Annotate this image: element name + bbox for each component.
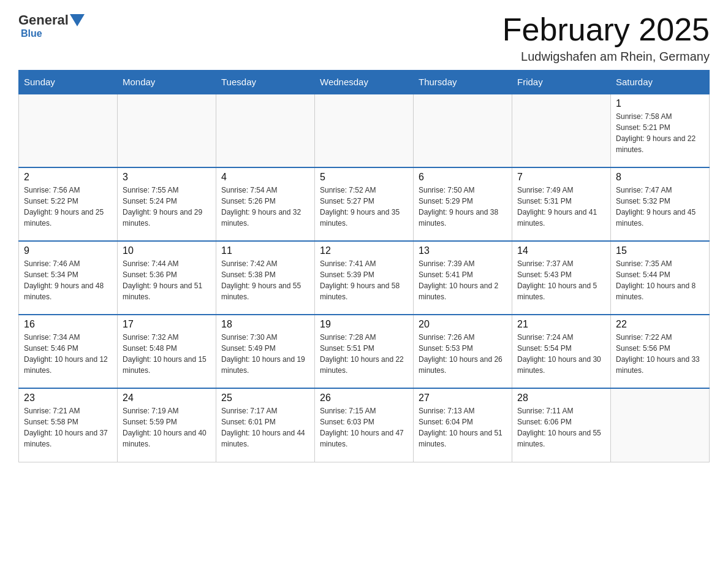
day-number: 14: [517, 245, 605, 256]
calendar-cell: 1Sunrise: 7:58 AM Sunset: 5:21 PM Daylig…: [611, 94, 710, 167]
calendar-cell: 11Sunrise: 7:42 AM Sunset: 5:38 PM Dayli…: [216, 241, 315, 315]
day-info: Sunrise: 7:47 AM Sunset: 5:32 PM Dayligh…: [616, 185, 704, 229]
weekday-header-wednesday: Wednesday: [315, 71, 414, 94]
day-number: 19: [320, 319, 408, 330]
day-number: 16: [24, 319, 112, 330]
day-info: Sunrise: 7:19 AM Sunset: 5:59 PM Dayligh…: [123, 405, 211, 450]
day-number: 20: [419, 319, 507, 330]
day-number: 28: [517, 393, 605, 404]
day-number: 9: [24, 245, 112, 256]
calendar-cell: 17Sunrise: 7:32 AM Sunset: 5:48 PM Dayli…: [118, 315, 216, 388]
logo-general-text: General: [18, 12, 69, 28]
day-number: 13: [419, 245, 507, 256]
day-number: 25: [221, 393, 309, 404]
day-info: Sunrise: 7:46 AM Sunset: 5:34 PM Dayligh…: [24, 258, 112, 302]
day-info: Sunrise: 7:50 AM Sunset: 5:29 PM Dayligh…: [419, 185, 507, 229]
calendar-cell: [216, 94, 315, 167]
day-info: Sunrise: 7:24 AM Sunset: 5:54 PM Dayligh…: [517, 332, 605, 376]
calendar-cell: 14Sunrise: 7:37 AM Sunset: 5:43 PM Dayli…: [512, 241, 611, 315]
day-info: Sunrise: 7:56 AM Sunset: 5:22 PM Dayligh…: [24, 185, 112, 229]
calendar-cell: 27Sunrise: 7:13 AM Sunset: 6:04 PM Dayli…: [414, 388, 512, 462]
page-header: General Blue February 2025 Ludwigshafen …: [18, 12, 710, 64]
day-number: 10: [123, 245, 211, 256]
day-number: 8: [616, 172, 704, 183]
day-info: Sunrise: 7:55 AM Sunset: 5:24 PM Dayligh…: [123, 185, 211, 229]
location-subtitle: Ludwigshafen am Rhein, Germany: [502, 50, 710, 64]
day-info: Sunrise: 7:26 AM Sunset: 5:53 PM Dayligh…: [419, 332, 507, 376]
day-info: Sunrise: 7:44 AM Sunset: 5:36 PM Dayligh…: [123, 258, 211, 302]
day-info: Sunrise: 7:34 AM Sunset: 5:46 PM Dayligh…: [24, 332, 112, 376]
day-number: 12: [320, 245, 408, 256]
day-number: 17: [123, 319, 211, 330]
calendar-cell: 18Sunrise: 7:30 AM Sunset: 5:49 PM Dayli…: [216, 315, 315, 388]
day-number: 7: [517, 172, 605, 183]
day-number: 22: [616, 319, 704, 330]
calendar-cell: 9Sunrise: 7:46 AM Sunset: 5:34 PM Daylig…: [19, 241, 118, 315]
day-info: Sunrise: 7:28 AM Sunset: 5:51 PM Dayligh…: [320, 332, 408, 376]
day-info: Sunrise: 7:15 AM Sunset: 6:03 PM Dayligh…: [320, 405, 408, 450]
calendar-cell: 28Sunrise: 7:11 AM Sunset: 6:06 PM Dayli…: [512, 388, 611, 462]
calendar-cell: [512, 94, 611, 167]
month-year-title: February 2025: [502, 12, 710, 47]
logo-arrow-icon: [70, 14, 85, 26]
day-info: Sunrise: 7:42 AM Sunset: 5:38 PM Dayligh…: [221, 258, 309, 302]
day-info: Sunrise: 7:35 AM Sunset: 5:44 PM Dayligh…: [616, 258, 704, 302]
calendar-cell: 13Sunrise: 7:39 AM Sunset: 5:41 PM Dayli…: [414, 241, 512, 315]
day-info: Sunrise: 7:32 AM Sunset: 5:48 PM Dayligh…: [123, 332, 211, 376]
week-row-4: 16Sunrise: 7:34 AM Sunset: 5:46 PM Dayli…: [19, 315, 710, 388]
day-number: 18: [221, 319, 309, 330]
day-number: 1: [616, 98, 704, 109]
calendar-cell: 16Sunrise: 7:34 AM Sunset: 5:46 PM Dayli…: [19, 315, 118, 388]
weekday-header-row: SundayMondayTuesdayWednesdayThursdayFrid…: [19, 71, 710, 94]
weekday-header-monday: Monday: [118, 71, 216, 94]
week-row-5: 23Sunrise: 7:21 AM Sunset: 5:58 PM Dayli…: [19, 388, 710, 462]
day-info: Sunrise: 7:39 AM Sunset: 5:41 PM Dayligh…: [419, 258, 507, 302]
calendar-cell: 10Sunrise: 7:44 AM Sunset: 5:36 PM Dayli…: [118, 241, 216, 315]
day-info: Sunrise: 7:11 AM Sunset: 6:06 PM Dayligh…: [517, 405, 605, 450]
calendar-cell: 6Sunrise: 7:50 AM Sunset: 5:29 PM Daylig…: [414, 167, 512, 241]
week-row-1: 1Sunrise: 7:58 AM Sunset: 5:21 PM Daylig…: [19, 94, 710, 167]
logo: General Blue: [18, 12, 86, 39]
title-section: February 2025 Ludwigshafen am Rhein, Ger…: [502, 12, 710, 64]
calendar-cell: 3Sunrise: 7:55 AM Sunset: 5:24 PM Daylig…: [118, 167, 216, 241]
day-number: 4: [221, 172, 309, 183]
day-number: 26: [320, 393, 408, 404]
day-info: Sunrise: 7:22 AM Sunset: 5:56 PM Dayligh…: [616, 332, 704, 376]
weekday-header-thursday: Thursday: [414, 71, 512, 94]
calendar-cell: [414, 94, 512, 167]
calendar-cell: 23Sunrise: 7:21 AM Sunset: 5:58 PM Dayli…: [19, 388, 118, 462]
day-info: Sunrise: 7:13 AM Sunset: 6:04 PM Dayligh…: [419, 405, 507, 450]
day-info: Sunrise: 7:37 AM Sunset: 5:43 PM Dayligh…: [517, 258, 605, 302]
day-number: 21: [517, 319, 605, 330]
calendar-table: SundayMondayTuesdayWednesdayThursdayFrid…: [18, 70, 710, 462]
calendar-cell: 7Sunrise: 7:49 AM Sunset: 5:31 PM Daylig…: [512, 167, 611, 241]
calendar-cell: 8Sunrise: 7:47 AM Sunset: 5:32 PM Daylig…: [611, 167, 710, 241]
day-info: Sunrise: 7:54 AM Sunset: 5:26 PM Dayligh…: [221, 185, 309, 229]
calendar-cell: 22Sunrise: 7:22 AM Sunset: 5:56 PM Dayli…: [611, 315, 710, 388]
calendar-cell: 15Sunrise: 7:35 AM Sunset: 5:44 PM Dayli…: [611, 241, 710, 315]
day-info: Sunrise: 7:58 AM Sunset: 5:21 PM Dayligh…: [616, 111, 704, 155]
calendar-cell: [315, 94, 414, 167]
day-info: Sunrise: 7:41 AM Sunset: 5:39 PM Dayligh…: [320, 258, 408, 302]
day-info: Sunrise: 7:17 AM Sunset: 6:01 PM Dayligh…: [221, 405, 309, 450]
calendar-cell: 4Sunrise: 7:54 AM Sunset: 5:26 PM Daylig…: [216, 167, 315, 241]
calendar-cell: 20Sunrise: 7:26 AM Sunset: 5:53 PM Dayli…: [414, 315, 512, 388]
day-number: 6: [419, 172, 507, 183]
calendar-cell: 2Sunrise: 7:56 AM Sunset: 5:22 PM Daylig…: [19, 167, 118, 241]
day-number: 23: [24, 393, 112, 404]
day-number: 5: [320, 172, 408, 183]
day-info: Sunrise: 7:30 AM Sunset: 5:49 PM Dayligh…: [221, 332, 309, 376]
weekday-header-tuesday: Tuesday: [216, 71, 315, 94]
week-row-2: 2Sunrise: 7:56 AM Sunset: 5:22 PM Daylig…: [19, 167, 710, 241]
calendar-cell: 5Sunrise: 7:52 AM Sunset: 5:27 PM Daylig…: [315, 167, 414, 241]
weekday-header-sunday: Sunday: [19, 71, 118, 94]
day-number: 3: [123, 172, 211, 183]
day-number: 24: [123, 393, 211, 404]
day-info: Sunrise: 7:52 AM Sunset: 5:27 PM Dayligh…: [320, 185, 408, 229]
day-number: 15: [616, 245, 704, 256]
calendar-cell: 25Sunrise: 7:17 AM Sunset: 6:01 PM Dayli…: [216, 388, 315, 462]
week-row-3: 9Sunrise: 7:46 AM Sunset: 5:34 PM Daylig…: [19, 241, 710, 315]
day-info: Sunrise: 7:21 AM Sunset: 5:58 PM Dayligh…: [24, 405, 112, 450]
weekday-header-friday: Friday: [512, 71, 611, 94]
calendar-cell: [19, 94, 118, 167]
